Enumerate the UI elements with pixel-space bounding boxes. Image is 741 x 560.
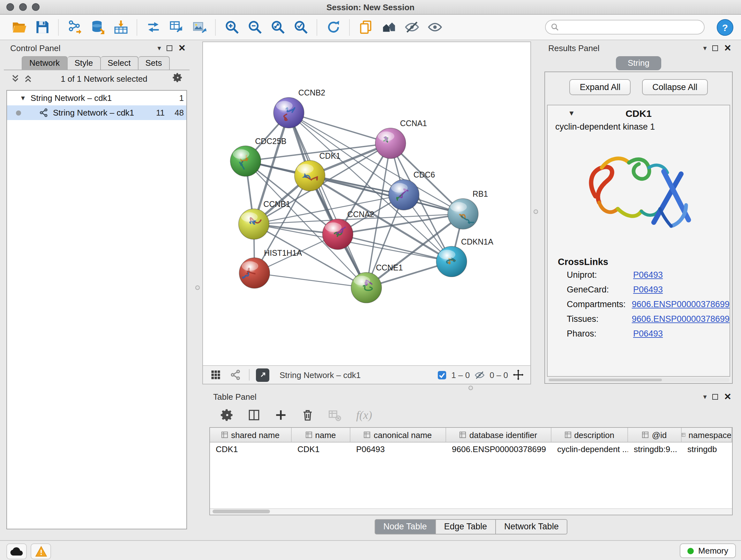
network-row[interactable]: String Network – cdk1 11 48: [7, 105, 186, 120]
network-edge-CCNB2-CCNE1[interactable]: [289, 113, 366, 288]
panel-close-icon[interactable]: ✕: [724, 392, 731, 401]
network-edge-CDK1-RB1[interactable]: [310, 176, 463, 214]
tab-select[interactable]: Select: [100, 56, 138, 70]
splitter-handle[interactable]: [534, 209, 538, 214]
column-header[interactable]: description: [551, 428, 628, 442]
copy-annotation-button[interactable]: [355, 17, 377, 37]
column-header[interactable]: canonical name: [350, 428, 446, 442]
expand-all-icon[interactable]: [23, 73, 33, 84]
help-button[interactable]: ?: [716, 18, 734, 37]
panel-collapse-icon[interactable]: ▾: [703, 44, 706, 51]
splitter-handle[interactable]: [468, 386, 473, 390]
tab-style[interactable]: Style: [67, 56, 100, 70]
splitter-handle[interactable]: [195, 286, 200, 290]
network-edge-CCNB2-CCNA1[interactable]: [289, 113, 391, 143]
hidden-eye-icon[interactable]: [474, 369, 485, 380]
zoom-out-button[interactable]: [244, 17, 266, 37]
network-node-CCNA1[interactable]: CCNA1: [375, 119, 427, 159]
panel-collapse-icon[interactable]: ▾: [157, 44, 161, 51]
crosslink-link[interactable]: 9606.ENSP00000378699: [632, 300, 730, 309]
zoom-selected-button[interactable]: [290, 17, 312, 37]
network-node-CCNB2[interactable]: CCNB2: [273, 88, 325, 128]
search-box[interactable]: [545, 20, 704, 35]
network-node-CDK1[interactable]: CDK1: [294, 151, 340, 191]
birds-eye-view-button[interactable]: [378, 17, 400, 37]
network-node-CDKN1A[interactable]: CDKN1A: [436, 237, 493, 277]
panel-close-icon[interactable]: ✕: [179, 44, 186, 52]
tab-network[interactable]: Network: [22, 56, 67, 70]
delete-table-button-disabled: [326, 406, 343, 424]
hide-selected-button[interactable]: [401, 17, 422, 37]
table-row[interactable]: CDK1 CDK1 P06493 9606.ENSP00000378699 cy…: [210, 442, 732, 456]
zoom-fit-button[interactable]: [267, 17, 288, 37]
minimize-window-button[interactable]: [19, 3, 27, 11]
column-header[interactable]: database identifier: [446, 428, 551, 442]
import-table-file-button[interactable]: [110, 17, 131, 37]
search-input[interactable]: [563, 22, 704, 33]
network-node-HIST1H1A[interactable]: HIST1H1A: [239, 248, 302, 288]
detach-view-button[interactable]: [256, 368, 269, 381]
network-node-CDC6[interactable]: CDC6: [389, 170, 435, 210]
import-network-database-button[interactable]: [87, 17, 109, 37]
crosslink-link[interactable]: P06493: [633, 329, 663, 338]
crosslink-link[interactable]: P06493: [633, 285, 663, 294]
network-node-RB1[interactable]: RB1: [448, 189, 488, 229]
network-overview-button[interactable]: [228, 368, 243, 382]
network-node-CCNE1[interactable]: CCNE1: [351, 263, 403, 303]
results-horizontal-scrollbar[interactable]: [548, 378, 730, 382]
create-column-button[interactable]: [272, 406, 290, 424]
tab-sets[interactable]: Sets: [138, 56, 170, 70]
new-network-from-selection-button[interactable]: [165, 17, 187, 37]
selected-checkbox-icon[interactable]: [437, 370, 447, 380]
close-window-button[interactable]: [6, 3, 14, 11]
tree-expand-icon[interactable]: ▼: [20, 95, 26, 102]
panel-float-icon[interactable]: [713, 45, 718, 51]
zoom-in-button[interactable]: [221, 17, 243, 37]
table-horizontal-scrollbar[interactable]: [210, 508, 732, 515]
network-edge-HIST1H1A-CCNE1[interactable]: [254, 273, 366, 288]
column-header[interactable]: name: [292, 428, 350, 442]
column-header[interactable]: namespace: [682, 428, 732, 442]
collapse-all-icon[interactable]: [10, 73, 20, 84]
move-crosshair-icon[interactable]: [513, 369, 524, 381]
memory-button[interactable]: Memory: [680, 543, 736, 558]
protein-structure-image: [576, 137, 701, 252]
tab-node-table[interactable]: Node Table: [374, 519, 435, 535]
network-canvas[interactable]: CCNB2CCNA1CDC25BCDK1CDC6RB1CCNB1CCNA2CDK…: [203, 42, 530, 366]
column-header[interactable]: shared name: [210, 428, 292, 442]
expand-all-button[interactable]: Expand All: [569, 79, 631, 95]
show-all-button[interactable]: [424, 17, 446, 37]
merge-networks-button[interactable]: [142, 17, 164, 37]
save-session-button[interactable]: [31, 17, 53, 37]
collapse-section-icon[interactable]: ▼: [568, 109, 575, 117]
string-results-tab[interactable]: String: [616, 56, 662, 70]
refresh-view-button[interactable]: [322, 17, 344, 37]
column-header[interactable]: @id: [628, 428, 682, 442]
show-columns-button[interactable]: [245, 406, 263, 424]
crosslink-link[interactable]: 9606.ENSP00000378699: [632, 314, 730, 324]
panel-close-icon[interactable]: ✕: [724, 44, 731, 52]
protein-card-header[interactable]: ▼ CDK1: [548, 105, 730, 121]
grid-view-button[interactable]: [209, 368, 223, 382]
warnings-button[interactable]: [30, 543, 51, 559]
network-view-toolbar: String Network – cdk1 1 – 0 0 – 0: [203, 365, 530, 384]
delete-column-button[interactable]: [299, 406, 317, 424]
panel-float-icon[interactable]: [167, 45, 173, 51]
collapse-all-button[interactable]: Collapse All: [642, 79, 708, 95]
network-options-button[interactable]: [172, 72, 183, 85]
grid-icon: [210, 369, 221, 381]
zoom-window-button[interactable]: [32, 3, 40, 11]
node-label: CDKN1A: [461, 237, 493, 246]
open-session-button[interactable]: [8, 17, 30, 37]
export-image-button[interactable]: [188, 17, 210, 37]
tab-edge-table[interactable]: Edge Table: [435, 519, 496, 535]
network-collection-row[interactable]: ▼ String Network – cdk1 1: [7, 91, 186, 105]
network-node-CCNB1[interactable]: CCNB1: [239, 199, 290, 240]
panel-collapse-icon[interactable]: ▾: [703, 393, 706, 400]
crosslink-link[interactable]: P06493: [633, 270, 663, 280]
table-options-button[interactable]: [218, 406, 236, 424]
tab-network-table[interactable]: Network Table: [496, 519, 568, 535]
cloud-status-button[interactable]: [6, 543, 27, 559]
panel-float-icon[interactable]: [713, 394, 718, 399]
import-network-file-button[interactable]: [64, 17, 85, 37]
